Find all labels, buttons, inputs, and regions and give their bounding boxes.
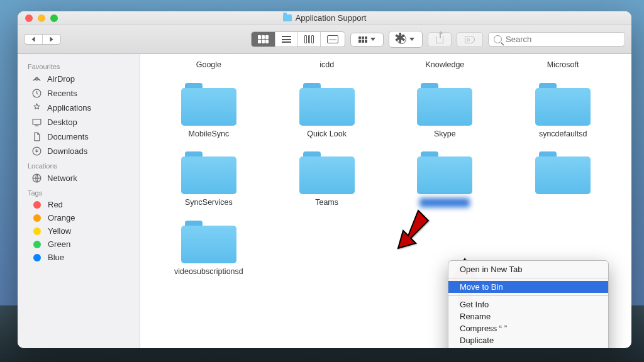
menu-get-info[interactable]: Get Info <box>448 299 608 310</box>
titlebar: Application Support <box>18 11 631 25</box>
menu-duplicate[interactable]: Duplicate <box>448 334 608 346</box>
folder-icon <box>417 150 472 194</box>
folder-item[interactable]: Quick Look <box>271 79 383 142</box>
share-button[interactable] <box>428 32 452 47</box>
search-field[interactable] <box>488 32 625 47</box>
folder-item[interactable]: SyncServices <box>153 148 265 211</box>
folder-item[interactable]: Skype <box>389 79 501 142</box>
menu-make-alias[interactable]: Make Alias <box>448 346 608 348</box>
folder-item[interactable]: Microsoft <box>507 58 619 73</box>
folder-item[interactable]: icdd <box>271 58 383 73</box>
folder-icon <box>299 82 355 126</box>
folder-icon <box>181 82 236 126</box>
folder-item[interactable]: syncdefaultsd <box>507 79 619 142</box>
folder-icon <box>181 219 236 263</box>
close-window-button[interactable] <box>25 14 33 22</box>
tag-dot-icon <box>33 254 41 261</box>
menu-move-to-bin[interactable]: Move to Bin <box>448 281 608 293</box>
folder-item-selected[interactable] <box>389 148 501 211</box>
forward-button[interactable] <box>43 35 60 44</box>
menu-separator <box>448 278 608 278</box>
folder-icon <box>535 82 591 126</box>
finder-window: Application Support Favourites AirDrop R… <box>18 11 631 348</box>
sidebar-item-recents[interactable]: Recents <box>18 86 140 101</box>
menu-open-new-tab[interactable]: Open in New Tab <box>448 263 608 275</box>
tag-dot-icon <box>33 201 41 209</box>
toolbar <box>18 25 631 54</box>
folder-icon <box>181 150 236 194</box>
menu-separator <box>448 295 608 296</box>
sidebar-item-downloads[interactable]: Downloads <box>18 144 140 158</box>
context-menu: Open in New Tab Move to Bin Get Info Ren… <box>448 260 609 348</box>
search-icon <box>494 35 502 43</box>
folder-icon <box>299 150 355 194</box>
zoom-window-button[interactable] <box>50 14 58 22</box>
folder-item[interactable] <box>507 148 619 211</box>
tag-dot-icon <box>33 228 41 235</box>
sidebar-tag-orange[interactable]: Orange <box>18 211 140 224</box>
list-view-button[interactable] <box>275 32 298 47</box>
sidebar-section-locations: Locations <box>18 158 140 171</box>
svg-rect-2 <box>33 119 41 125</box>
tag-dot-icon <box>33 241 41 248</box>
icon-view-button[interactable] <box>252 32 275 47</box>
tag-dot-icon <box>33 214 41 222</box>
search-input[interactable] <box>506 35 619 44</box>
folder-item[interactable]: videosubscriptionsd <box>153 217 265 280</box>
sidebar-tag-red[interactable]: Red <box>18 198 140 211</box>
minimize-window-button[interactable] <box>38 14 45 22</box>
folder-item[interactable]: Google <box>153 58 265 73</box>
folder-icon <box>417 82 472 126</box>
sidebar-section-favourites: Favourites <box>18 59 140 72</box>
sidebar-section-tags: Tags <box>18 185 140 198</box>
action-button[interactable] <box>389 31 423 48</box>
sidebar-item-airdrop[interactable]: AirDrop <box>18 72 140 86</box>
folder-icon <box>535 150 591 194</box>
sidebar-item-network[interactable]: Network <box>18 171 140 185</box>
sidebar-item-applications[interactable]: Applications <box>18 101 140 115</box>
gallery-view-button[interactable] <box>321 32 345 47</box>
folder-icon <box>283 14 292 21</box>
back-button[interactable] <box>25 35 43 44</box>
sidebar-tag-blue[interactable]: Blue <box>18 251 140 264</box>
column-view-button[interactable] <box>298 32 321 47</box>
view-switcher <box>251 31 345 47</box>
content-area[interactable]: Google icdd Knowledge Microsoft MobileSy… <box>140 54 631 348</box>
nav-buttons <box>24 34 61 45</box>
folder-item[interactable]: Teams <box>271 148 383 211</box>
folder-item[interactable]: Knowledge <box>389 58 501 73</box>
sidebar: Favourites AirDrop Recents Applications … <box>18 54 140 348</box>
sidebar-item-desktop[interactable]: Desktop <box>18 115 140 129</box>
menu-compress[interactable]: Compress “ ” <box>448 322 608 334</box>
menu-rename[interactable]: Rename <box>448 310 608 322</box>
folder-item[interactable]: MobileSync <box>153 79 265 142</box>
sidebar-tag-green[interactable]: Green <box>18 238 140 251</box>
sidebar-item-documents[interactable]: Documents <box>18 129 140 144</box>
arrange-button[interactable] <box>350 33 384 47</box>
sidebar-tag-yellow[interactable]: Yellow <box>18 224 140 238</box>
tags-button[interactable] <box>457 32 483 47</box>
window-title: Application Support <box>296 13 367 23</box>
